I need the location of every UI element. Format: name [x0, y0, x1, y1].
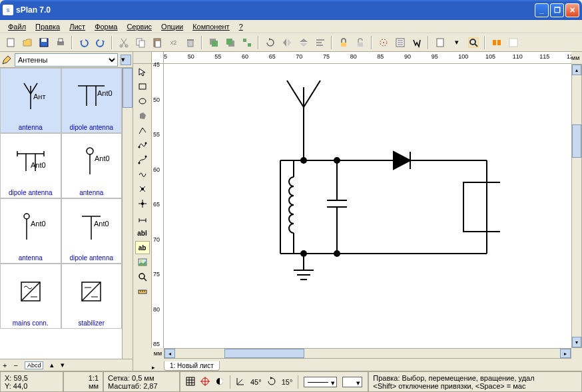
textframe-tool[interactable]: ab [135, 241, 150, 254]
page-button[interactable] [432, 35, 447, 50]
dd-icon[interactable]: ▾ [449, 35, 464, 50]
menu-service[interactable]: Сервис [123, 21, 156, 32]
drawing-canvas[interactable] [164, 64, 571, 348]
cut-button[interactable] [116, 35, 131, 50]
maximize-button[interactable]: ❐ [550, 3, 564, 17]
unlock-button[interactable] [352, 35, 368, 50]
component-stab[interactable]: stabilizer [61, 264, 123, 329]
contrast-icon[interactable] [215, 377, 224, 387]
freehand-tool[interactable] [135, 168, 150, 181]
svg-rect-116 [186, 377, 194, 385]
menu-file[interactable]: Файл [4, 21, 30, 32]
magnifier-tool[interactable] [135, 270, 150, 284]
menu-component[interactable]: Компонент [188, 21, 233, 32]
zoom-label: Масштаб: 2,87 [108, 382, 175, 390]
component-mains[interactable]: mains conn. [0, 264, 61, 329]
grid-icon[interactable] [186, 377, 195, 387]
abcd-button[interactable]: Abcd [25, 361, 44, 369]
print-button[interactable] [53, 35, 68, 50]
minus-icon[interactable]: − [13, 361, 17, 369]
svg-rect-67 [139, 84, 146, 89]
svg-rect-8 [139, 41, 145, 47]
circle-tool[interactable] [135, 95, 150, 108]
zoom-button[interactable] [465, 35, 481, 50]
new-button[interactable] [3, 35, 18, 50]
open-button[interactable] [19, 35, 35, 50]
component-dip3[interactable]: Ant0dipole antenna [61, 198, 123, 264]
find-button[interactable] [409, 35, 424, 50]
menu-edit[interactable]: Правка [31, 21, 64, 32]
svg-text:Ант: Ант [33, 93, 45, 100]
rect-tool[interactable] [135, 80, 150, 93]
pointer-tool[interactable] [135, 65, 150, 79]
redo-button[interactable] [93, 35, 108, 50]
vertical-scrollbar[interactable]: ▴ ▾ [571, 64, 582, 348]
sheet-tab[interactable]: 1: Новый лист [164, 361, 220, 371]
special-tool[interactable] [135, 182, 150, 196]
bezier-tool[interactable] [135, 153, 150, 166]
svg-point-5 [120, 45, 123, 47]
menu-options[interactable]: Опции [157, 21, 187, 32]
linestyle-button[interactable]: ▾ [304, 377, 337, 387]
menu-sheet[interactable]: Лист [65, 21, 89, 32]
poly-tool[interactable] [135, 109, 150, 122]
svg-rect-17 [243, 39, 246, 42]
menu-form[interactable]: Форма [91, 21, 121, 32]
close-button[interactable]: ✕ [565, 3, 579, 17]
paste-button[interactable] [149, 35, 164, 50]
svg-point-54 [24, 214, 29, 219]
snap-button[interactable] [376, 35, 391, 50]
svg-line-83 [144, 278, 146, 281]
menu-help[interactable]: ? [235, 21, 247, 32]
undo-button[interactable] [76, 35, 91, 50]
library-scrollbar[interactable] [122, 68, 133, 359]
curve-tool[interactable] [135, 138, 150, 152]
svg-rect-2 [41, 39, 47, 42]
dimension-tool[interactable] [135, 212, 150, 225]
fillstyle-button[interactable]: ▾ [342, 377, 362, 387]
blank-button[interactable] [505, 35, 521, 50]
plus-icon[interactable]: + [3, 361, 7, 369]
down-arrow-icon[interactable]: ▾ [61, 361, 65, 369]
image-tool[interactable] [135, 256, 150, 269]
fliph-button[interactable] [279, 35, 294, 50]
up-arrow-icon[interactable]: ▴ [50, 361, 54, 369]
text-tool[interactable]: abl [135, 226, 150, 240]
component-ant3[interactable]: Ant0antenna [0, 198, 61, 264]
duplicate-button[interactable]: x2 [166, 35, 181, 50]
copy-button[interactable] [133, 35, 148, 50]
tofront-button[interactable] [206, 35, 221, 50]
group-button[interactable] [239, 35, 254, 50]
svg-point-115 [334, 251, 340, 256]
component-ant1[interactable]: Антantenna [0, 68, 61, 133]
svg-point-81 [140, 260, 142, 262]
list-button[interactable] [392, 35, 408, 50]
flipv-button[interactable] [296, 35, 311, 50]
svg-line-32 [475, 44, 477, 47]
component-ant2[interactable]: Ant0antenna [61, 133, 123, 198]
svg-line-89 [287, 81, 304, 107]
lock-button[interactable] [336, 35, 351, 50]
horizontal-scrollbar[interactable]: ◂ ▸ [164, 348, 571, 359]
toback-button[interactable] [222, 35, 238, 50]
rotate-icon[interactable] [267, 377, 276, 387]
library-dropdown-button[interactable]: ▾ [121, 55, 131, 65]
components-button[interactable] [489, 35, 504, 50]
snap-icon[interactable] [200, 377, 210, 387]
measure-tool[interactable] [135, 285, 150, 298]
svg-point-72 [145, 156, 146, 158]
angle-15: 15° [282, 378, 293, 386]
library-selector[interactable]: Антенны [15, 53, 118, 67]
svg-rect-16 [226, 39, 232, 45]
component-dip1[interactable]: Ant0dipole antenna [61, 68, 123, 133]
align-button[interactable] [312, 35, 328, 50]
component-dip2[interactable]: Ant0dipole antenna [0, 133, 61, 198]
rotate-button[interactable] [262, 35, 278, 50]
save-button[interactable] [36, 35, 51, 50]
delete-button[interactable] [182, 35, 198, 50]
angle-icon[interactable] [236, 377, 245, 387]
app-icon: s [3, 5, 13, 15]
minimize-button[interactable]: _ [535, 3, 549, 17]
node-tool[interactable] [135, 197, 150, 210]
line-tool[interactable] [135, 124, 150, 137]
